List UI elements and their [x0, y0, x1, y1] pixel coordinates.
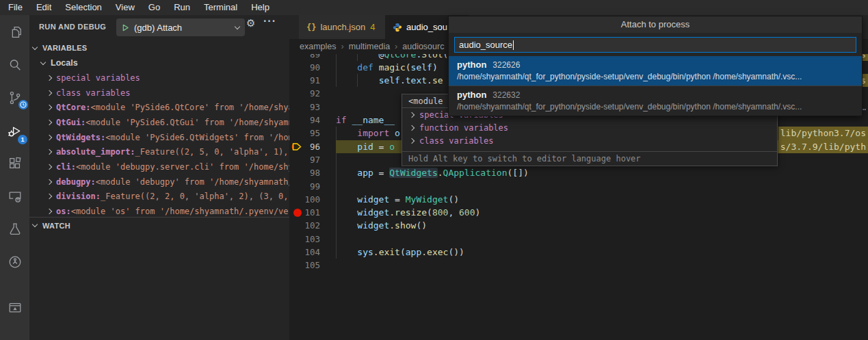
search-icon[interactable] — [0, 49, 29, 81]
menu-item-view[interactable]: View — [109, 0, 142, 15]
breadcrumb-item[interactable]: audiosourc — [402, 42, 444, 51]
code-line: 105 — [289, 259, 868, 272]
process-search-input[interactable]: audio_source — [454, 37, 856, 53]
variable-row[interactable]: class variables — [29, 86, 289, 101]
variable-row[interactable]: debugpy: <module 'debugpy' from '/home/s… — [29, 174, 289, 189]
code-token — [336, 142, 357, 152]
code-token — [336, 220, 357, 231]
chevron-right-icon — [47, 149, 52, 155]
menu-item-run[interactable]: Run — [167, 0, 197, 15]
tab-label: audio_sou — [406, 22, 447, 32]
gutter[interactable]: 90 — [289, 61, 336, 74]
menu-item-selection[interactable]: Selection — [58, 0, 108, 15]
code-token — [336, 128, 357, 138]
gear-icon[interactable]: ⚙ — [246, 17, 255, 29]
breadcrumb-item[interactable]: examples — [300, 42, 337, 51]
code-token — [336, 247, 357, 257]
code-token: . — [389, 207, 395, 218]
locals-scope-row[interactable]: Locals — [29, 55, 289, 70]
variable-row[interactable]: QtCore: <module 'PySide6.QtCore' from '/… — [29, 100, 289, 115]
menu-item-terminal[interactable]: Terminal — [197, 0, 244, 15]
line-content: widget.show() — [336, 219, 868, 232]
menu-bar: FileEditSelectionViewGoRunTerminalHelp — [0, 0, 868, 15]
code-token: QApplication — [443, 168, 508, 178]
testing-beaker-icon[interactable] — [0, 213, 29, 246]
ellipsis-icon[interactable]: ··· — [263, 15, 276, 27]
extensions-icon[interactable] — [0, 147, 29, 180]
gutter[interactable]: 94 — [289, 114, 336, 127]
menu-item-file[interactable]: File — [1, 0, 29, 15]
explorer-icon[interactable] — [0, 16, 29, 49]
gutter[interactable]: 105 — [289, 259, 336, 272]
variable-name: QtWidgets: — [56, 133, 105, 142]
line-number: 96 — [310, 140, 320, 153]
code-token — [336, 207, 357, 218]
variable-row[interactable]: QtWidgets: <module 'PySide6.QtWidgets' f… — [29, 130, 289, 145]
menu-item-go[interactable]: Go — [142, 0, 167, 15]
process-path: /home/shyamnath/qt_for_python/pyside-set… — [457, 72, 854, 81]
code-token: def — [357, 62, 378, 73]
code-token: self — [379, 75, 400, 86]
gutter[interactable]: 92 — [289, 87, 336, 100]
variable-row[interactable]: QtGui: <module 'PySide6.QtGui' from '/ho… — [29, 115, 289, 130]
code-token: exit — [379, 247, 400, 257]
code-token: app — [357, 168, 373, 178]
line-number: 97 — [310, 153, 320, 166]
menu-item-help[interactable]: Help — [244, 0, 276, 15]
code-token: sys — [357, 247, 373, 257]
code-token: ) — [475, 207, 481, 218]
variable-name: debugpy: — [56, 177, 96, 187]
gutter[interactable]: 91 — [289, 74, 336, 87]
hover-tree-row[interactable]: class variables — [402, 134, 777, 147]
variable-value: <module 'PySide6.QtCore' from '/home/shy… — [91, 103, 289, 112]
gutter[interactable]: 98 — [289, 166, 336, 179]
code-token: () — [448, 194, 459, 205]
variable-row[interactable]: special variables — [29, 70, 289, 86]
code-token: ( — [400, 247, 406, 257]
breadcrumb-item[interactable]: multimedia — [349, 42, 390, 51]
process-list-item[interactable]: python322626/home/shyamnath/qt_for_pytho… — [449, 56, 862, 86]
line-content: widget = MyWidget() — [336, 193, 868, 206]
gutter[interactable]: 102 — [289, 219, 336, 232]
indent-guide — [336, 166, 337, 179]
sidebar-title: RUN AND DEBUG — [39, 23, 106, 31]
menu-item-edit[interactable]: Edit — [29, 0, 58, 15]
gutter[interactable]: 95 — [289, 127, 336, 140]
gutter[interactable]: 100 — [289, 193, 336, 206]
watch-section-header[interactable]: WATCH — [29, 217, 289, 233]
gutter[interactable]: 99 — [289, 180, 336, 193]
line-content — [336, 259, 868, 272]
debug-config-select[interactable]: (gdb) Attach — [116, 18, 245, 36]
gutter[interactable]: 93 — [289, 101, 336, 114]
code-token: = — [373, 142, 389, 152]
run-and-debug-icon[interactable]: 1 — [0, 114, 29, 147]
indent-guide — [336, 153, 337, 166]
gutter[interactable]: 103 — [289, 233, 336, 246]
gutter[interactable]: 97 — [289, 153, 336, 166]
code-token: pid — [357, 142, 373, 152]
python-icon — [393, 23, 402, 32]
code-line: 100 widget = MyWidget() — [289, 193, 868, 206]
gutter[interactable]: 101 — [289, 206, 336, 219]
variable-row[interactable]: division: _Feature((2, 2, 0, 'alpha', 2)… — [29, 189, 289, 205]
process-list-item[interactable]: python322632/home/shyamnath/qt_for_pytho… — [449, 86, 862, 116]
hover-tree-label: function variables — [419, 123, 508, 133]
remote-explorer-icon[interactable] — [0, 180, 29, 213]
gutter[interactable]: 96 — [289, 140, 336, 153]
variables-section-header[interactable]: VARIABLES — [29, 40, 289, 55]
run-debug-sidebar: RUN AND DEBUG (gdb) Attach ⚙ ··· VARIABL… — [29, 15, 289, 340]
gutter[interactable]: 104 — [289, 246, 336, 259]
panel-triangle-icon[interactable] — [0, 291, 29, 324]
tool-circle-icon[interactable] — [0, 246, 29, 278]
variable-row[interactable]: cli: <module 'debugpy.server.cli' from '… — [29, 159, 289, 174]
tab-launch-json[interactable]: {} launch.json 4 — [299, 15, 385, 39]
code-token: . — [373, 247, 379, 257]
line-content — [336, 233, 868, 246]
indent-guide — [336, 127, 337, 140]
line-content: sys.exit(app.exec()) — [336, 246, 868, 259]
breakpoint-icon[interactable] — [293, 209, 302, 217]
hover-tree-row[interactable]: function variables — [402, 121, 777, 134]
text-cursor — [513, 40, 514, 50]
source-control-icon[interactable] — [0, 81, 29, 114]
variable-row[interactable]: absolute_import: _Feature((2, 5, 0, 'alp… — [29, 144, 289, 159]
